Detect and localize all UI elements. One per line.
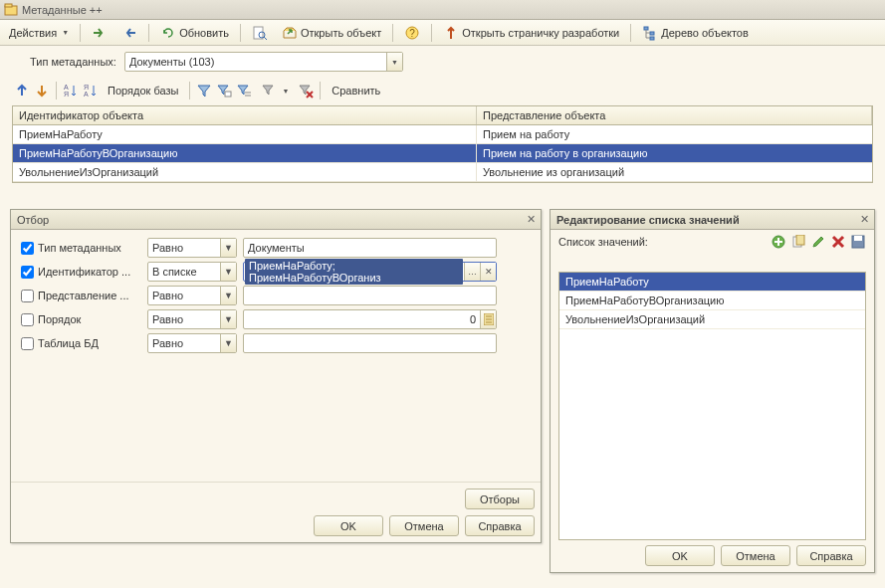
filter-dropdown-icon[interactable]: ▼ [256,80,294,101]
filter-panel-title: Отбор ✕ [11,210,541,230]
values-list: ПриемНаРаботу ПриемНаРаботуВОрганизацию … [558,272,866,540]
filter-checkbox[interactable] [21,337,34,350]
filters-button[interactable]: Отборы [465,489,535,509]
open-dev-button[interactable]: Открыть страничку разработки [438,22,624,44]
filter-cond-select[interactable]: Равно▼ [147,286,237,305]
refresh-button[interactable]: Обновить [155,22,234,44]
filter-funnel-icon[interactable] [196,83,212,98]
actions-menu[interactable]: Действия ▼ [4,24,74,42]
open-icon [282,25,298,41]
search-icon-button[interactable] [247,22,273,44]
filter-checkbox[interactable] [21,266,34,279]
chevron-down-icon[interactable]: ▼ [220,239,236,257]
close-icon[interactable]: ✕ [524,212,539,227]
sort-asc-icon[interactable]: AЯ [63,83,79,98]
tree-button[interactable]: Дерево объектов [637,22,754,44]
table-row[interactable]: ПриемНаРаботу Прием на работу [13,125,872,144]
grid-col-id[interactable]: Идентификатор объекта [13,106,477,124]
help-button[interactable]: Справка [796,545,866,566]
open-object-button[interactable]: Открыть объект [277,22,386,44]
cancel-button[interactable]: Отмена [721,545,790,566]
copy-icon[interactable] [790,234,806,250]
table-row[interactable]: УвольнениеИзОрганизаций Увольнение из ор… [13,163,872,182]
help-button[interactable]: Справка [465,515,535,536]
back-icon-button[interactable] [116,22,142,44]
actions-label: Действия [9,27,57,39]
values-panel-footer: OK Отмена Справка [645,545,866,566]
svg-rect-8 [650,32,654,35]
forward-icon-button[interactable] [87,22,112,44]
filter-list-icon[interactable] [236,83,252,98]
save-icon[interactable] [850,234,866,250]
filter-cond-select[interactable]: Равно▼ [147,333,237,353]
edit-icon[interactable] [810,234,826,250]
refresh-icon [160,25,176,41]
ok-button[interactable]: OK [645,545,715,566]
svg-text:A: A [84,91,89,98]
type-filter-label: Тип метаданных: [30,56,116,68]
clear-icon[interactable]: ✕ [480,263,496,281]
chevron-down-icon[interactable]: ▼ [220,334,236,352]
cancel-button[interactable]: Отмена [389,515,459,536]
svg-rect-27 [796,235,804,245]
arrow-up-blue-icon[interactable] [14,83,30,98]
order-base-button[interactable]: Порядок базы [103,82,183,99]
filter-value-input[interactable]: ПриемНаРаботу; ПриемНаРаботуВОрганиз…✕ [243,262,497,282]
cell-id: ПриемНаРаботу [13,125,477,144]
list-item[interactable]: ПриемНаРаботу [559,273,865,292]
values-edit-panel: Редактирование списка значений ✕ Список … [550,209,875,573]
filter-label: Порядок [38,313,147,325]
filter-panel-footer: Отборы OK Отмена Справка [11,482,541,542]
table-row[interactable]: ПриемНаРаботуВОрганизацию Прием на работ… [13,144,872,163]
filter-value-input[interactable] [243,333,497,353]
chevron-down-icon[interactable]: ▼ [220,310,236,328]
compare-button[interactable]: Сравнить [327,82,385,99]
cell-repr: Прием на работу [477,125,872,144]
filter-value-number[interactable]: 0 [243,309,497,329]
svg-text:?: ? [409,28,415,39]
type-filter-select[interactable]: Документы (103) ▼ [124,52,403,72]
filter-panel-title-text: Отбор [17,214,49,226]
svg-text:Я: Я [64,91,69,98]
ellipsis-icon[interactable]: … [464,263,480,281]
filter-checkbox[interactable] [21,290,34,302]
window-title: Метаданные ++ [22,4,103,16]
filter-cond-select[interactable]: Равно▼ [147,238,237,258]
type-filter-row: Тип метаданных: Документы (103) ▼ [30,52,855,72]
sort-desc-icon[interactable]: ЯA [83,83,99,98]
tree-label: Дерево объектов [661,27,749,39]
add-icon[interactable] [771,234,786,250]
chevron-down-icon[interactable]: ▼ [220,263,236,281]
grid-col-repr[interactable]: Представление объекта [477,106,872,124]
open-object-label: Открыть объект [301,27,381,39]
filter-row: Таблица БД Равно▼ [21,333,531,353]
cell-id: ПриемНаРаботуВОрганизацию [13,144,477,163]
refresh-label: Обновить [179,27,229,39]
svg-rect-31 [854,236,862,241]
svg-rect-7 [644,27,648,30]
filter-clear-icon[interactable] [298,83,314,98]
list-item[interactable]: ПриемНаРаботуВОрганизацию [559,292,865,310]
filter-checkbox[interactable] [21,313,34,326]
help-button[interactable]: ? [399,22,425,44]
filter-value-input[interactable] [243,286,497,305]
arrow-down-orange-icon[interactable] [34,83,50,98]
close-icon[interactable]: ✕ [857,212,872,227]
filter-cond-select[interactable]: Равно▼ [147,309,237,329]
filter-label: Представление ... [38,290,147,301]
list-item[interactable]: УвольнениеИзОрганизаций [559,310,865,329]
chevron-down-icon[interactable]: ▼ [220,287,236,304]
svg-rect-1 [5,4,12,7]
filter-cond-select[interactable]: В списке▼ [147,262,237,282]
help-icon: ? [404,25,420,41]
chevron-down-icon[interactable]: ▼ [386,53,402,71]
delete-icon[interactable] [830,234,846,250]
filter-value-input[interactable]: Документы [243,238,497,258]
app-icon [4,3,18,17]
svg-rect-9 [650,37,654,40]
filter-edit-icon[interactable] [216,83,232,98]
filter-checkbox[interactable] [21,242,34,255]
filter-row: Тип метаданных Равно▼ Документы [21,238,531,258]
ok-button[interactable]: OK [314,515,383,536]
calculator-icon[interactable] [480,310,496,328]
